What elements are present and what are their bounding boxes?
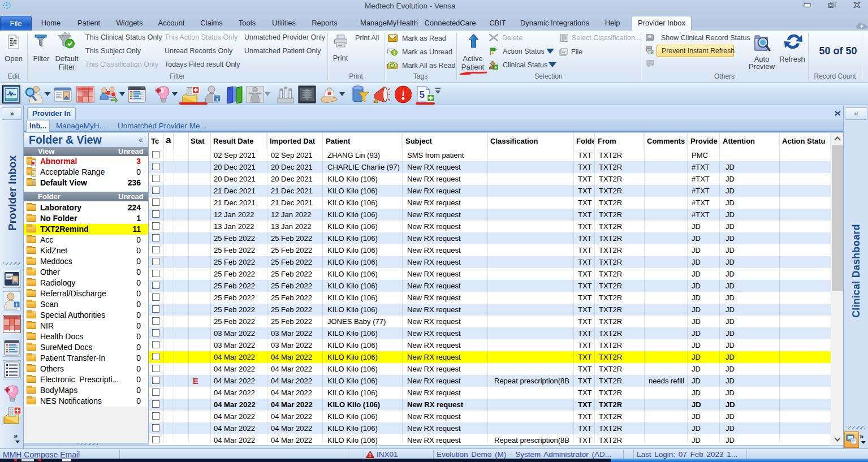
svg-text:5: 5: [420, 89, 425, 100]
